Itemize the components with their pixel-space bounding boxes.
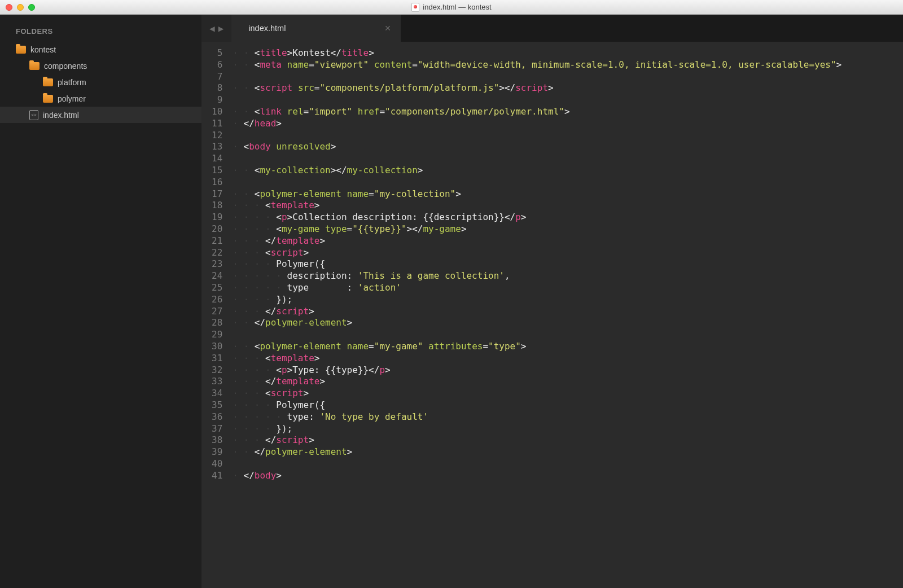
code-line[interactable]: · · · </script>	[233, 306, 903, 318]
line-number: 28	[212, 317, 222, 329]
code-line[interactable]: · · · · <my-game type="{{type}}"></my-ga…	[233, 223, 903, 235]
code-line[interactable]: · </head>	[233, 118, 903, 130]
code-line[interactable]: · </body>	[233, 470, 903, 482]
code-line[interactable]: · · · <script>	[233, 388, 903, 400]
code-area[interactable]: 5678910111213141516171819202122232425262…	[201, 42, 903, 588]
line-number: 39	[212, 446, 222, 458]
code-line[interactable]: · · <polymer-element name="my-game" attr…	[233, 341, 903, 353]
tree-item-label: polymer	[58, 94, 86, 103]
folder-icon	[16, 46, 26, 54]
line-number: 5	[212, 47, 222, 59]
titlebar: index.html — kontest	[0, 0, 903, 15]
line-number: 18	[212, 200, 222, 212]
code-line[interactable]: · · <title>Kontest</title>	[233, 47, 903, 59]
tab-label: index.html	[248, 24, 286, 33]
code-line[interactable]: · · · <script>	[233, 247, 903, 259]
code-line[interactable]: · · · <template>	[233, 353, 903, 365]
code-line[interactable]	[233, 94, 903, 106]
folder-item[interactable]: platform	[0, 74, 201, 90]
code-line[interactable]: · · · </template>	[233, 235, 903, 247]
code-line[interactable]: · · · <template>	[233, 200, 903, 212]
file-tree: kontestcomponentsplatformpolymerindex.ht…	[0, 41, 201, 123]
code-line[interactable]: · · <meta name="viewport" content="width…	[233, 59, 903, 71]
line-number: 32	[212, 365, 222, 376]
line-number: 38	[212, 435, 222, 446]
line-number: 7	[212, 71, 222, 83]
line-number: 17	[212, 188, 222, 200]
code-line[interactable]	[233, 71, 903, 83]
nav-back-icon[interactable]: ◀	[209, 23, 215, 34]
line-number: 29	[212, 329, 222, 341]
code-line[interactable]: · · <link rel="import" href="components/…	[233, 106, 903, 118]
line-number: 8	[212, 82, 222, 94]
line-number: 37	[212, 423, 222, 435]
nav-forward-icon[interactable]: ▶	[218, 23, 224, 34]
line-number: 6	[212, 59, 222, 71]
file-icon	[29, 110, 38, 120]
line-number: 26	[212, 294, 222, 306]
folder-item[interactable]: polymer	[0, 90, 201, 107]
code-line[interactable]: · · · · });	[233, 294, 903, 306]
line-number: 23	[212, 258, 222, 270]
line-number: 12	[212, 130, 222, 142]
line-number: 15	[212, 165, 222, 177]
code-line[interactable]: · · · · · type: 'No type by default'	[233, 411, 903, 423]
tree-item-label: index.html	[43, 111, 79, 120]
line-number: 27	[212, 306, 222, 318]
code-line[interactable]: · · </polymer-element>	[233, 446, 903, 458]
close-window-button[interactable]	[6, 4, 12, 11]
line-number: 22	[212, 247, 222, 259]
line-number: 9	[212, 94, 222, 106]
code-content[interactable]: · · <title>Kontest</title>· · <meta name…	[229, 42, 903, 588]
line-number: 16	[212, 177, 222, 188]
folder-item[interactable]: components	[0, 58, 201, 74]
line-number: 34	[212, 388, 222, 400]
line-number: 21	[212, 235, 222, 247]
line-number: 36	[212, 411, 222, 423]
folder-item[interactable]: kontest	[0, 41, 201, 58]
line-number: 10	[212, 106, 222, 118]
code-line[interactable]	[233, 153, 903, 165]
window-title-text: index.html — kontest	[423, 3, 491, 11]
editor-window: FOLDERS kontestcomponentsplatformpolymer…	[0, 15, 903, 588]
code-line[interactable]: · · · · });	[233, 423, 903, 435]
code-line[interactable]: · <body unresolved>	[233, 141, 903, 153]
line-number: 24	[212, 270, 222, 282]
line-number: 35	[212, 400, 222, 411]
code-line[interactable]: · · · · <p>Collection description: {{des…	[233, 212, 903, 223]
tree-item-label: components	[44, 62, 87, 71]
code-line[interactable]	[233, 458, 903, 470]
close-tab-icon[interactable]: ×	[385, 23, 391, 34]
line-number: 40	[212, 458, 222, 470]
code-line[interactable]: · · · · · type : 'action'	[233, 282, 903, 294]
file-item[interactable]: index.html	[0, 107, 201, 123]
code-line[interactable]: · · </polymer-element>	[233, 317, 903, 329]
line-number-gutter: 5678910111213141516171819202122232425262…	[201, 42, 229, 588]
sidebar: FOLDERS kontestcomponentsplatformpolymer…	[0, 15, 201, 588]
line-number: 41	[212, 470, 222, 482]
code-line[interactable]: · · · </script>	[233, 435, 903, 446]
code-line[interactable]: · · · · <p>Type: {{type}}</p>	[233, 365, 903, 376]
minimize-window-button[interactable]	[17, 4, 24, 11]
folder-icon	[43, 78, 53, 86]
line-number: 14	[212, 153, 222, 165]
code-line[interactable]: · · · · Polymer({	[233, 258, 903, 270]
tab-active[interactable]: index.html ×	[231, 15, 401, 42]
line-number: 19	[212, 212, 222, 223]
code-line[interactable]: · · · · · description: 'This is a game c…	[233, 270, 903, 282]
window-title: index.html — kontest	[0, 3, 903, 12]
code-line[interactable]: · · · · Polymer({	[233, 400, 903, 411]
code-line[interactable]	[233, 130, 903, 142]
editor-main: ◀ ▶ index.html × 56789101112131415161718…	[201, 15, 903, 588]
line-number: 13	[212, 141, 222, 153]
code-line[interactable]: · · <polymer-element name="my-collection…	[233, 188, 903, 200]
code-line[interactable]: · · <my-collection></my-collection>	[233, 165, 903, 177]
code-line[interactable]: · · <script src="components/platform/pla…	[233, 82, 903, 94]
line-number: 25	[212, 282, 222, 294]
tab-nav-arrows: ◀ ▶	[201, 15, 231, 42]
tree-item-label: kontest	[30, 45, 56, 54]
code-line[interactable]: · · · </template>	[233, 376, 903, 388]
zoom-window-button[interactable]	[28, 4, 35, 11]
code-line[interactable]	[233, 329, 903, 341]
code-line[interactable]	[233, 177, 903, 188]
